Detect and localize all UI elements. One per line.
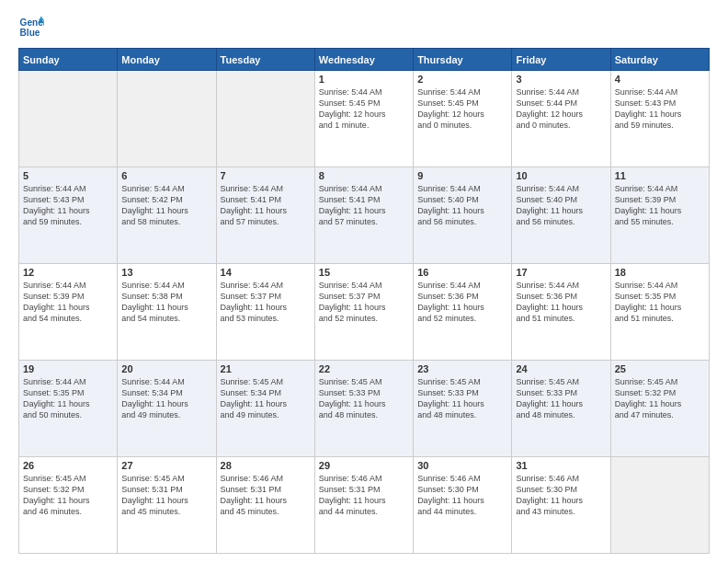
day-number: 15	[319, 267, 409, 278]
cell-content-line: and 57 minutes.	[319, 216, 409, 227]
cell-content-line: Daylight: 11 hours	[615, 205, 705, 216]
cell-content-line: Daylight: 12 hours	[417, 109, 507, 120]
cell-content-line: and 52 minutes.	[417, 313, 507, 324]
cell-content-line: Sunset: 5:30 PM	[516, 484, 606, 495]
cell-content-line: Sunrise: 5:45 AM	[221, 376, 311, 387]
cell-content-line: Sunrise: 5:44 AM	[121, 183, 211, 194]
cell-content-line: and 48 minutes.	[319, 409, 409, 420]
calendar-cell: 10Sunrise: 5:44 AMSunset: 5:40 PMDayligh…	[512, 167, 610, 264]
day-number: 7	[221, 170, 311, 181]
day-number: 30	[417, 460, 507, 471]
cell-content-line: Sunrise: 5:44 AM	[615, 183, 705, 194]
cell-content-line: Sunrise: 5:44 AM	[319, 280, 409, 291]
day-number: 28	[221, 460, 311, 471]
calendar-table: SundayMondayTuesdayWednesdayThursdayFrid…	[18, 48, 710, 554]
cell-content-line: and 51 minutes.	[615, 313, 705, 324]
calendar-cell: 14Sunrise: 5:44 AMSunset: 5:37 PMDayligh…	[216, 264, 314, 361]
cell-content-line: and 56 minutes.	[516, 216, 606, 227]
cell-content-line: and 47 minutes.	[615, 409, 705, 420]
day-number: 20	[121, 363, 211, 374]
cell-content-line: Sunset: 5:31 PM	[319, 484, 409, 495]
day-number: 4	[615, 74, 705, 85]
cell-content-line: Sunset: 5:41 PM	[221, 194, 311, 205]
cell-content-line: Daylight: 11 hours	[319, 398, 409, 409]
cell-content-line: Sunrise: 5:44 AM	[121, 280, 211, 291]
day-number: 22	[319, 363, 409, 374]
cell-content-line: Sunset: 5:37 PM	[221, 291, 311, 302]
cell-content-line: Daylight: 12 hours	[516, 109, 606, 120]
cell-content-line: Sunrise: 5:44 AM	[221, 280, 311, 291]
calendar-cell: 19Sunrise: 5:44 AMSunset: 5:35 PMDayligh…	[19, 361, 118, 457]
calendar-cell: 23Sunrise: 5:45 AMSunset: 5:33 PMDayligh…	[414, 361, 512, 457]
cell-content-line: Sunset: 5:43 PM	[615, 98, 705, 109]
cell-content-line: Sunrise: 5:44 AM	[516, 280, 606, 291]
cell-content-line: Sunrise: 5:46 AM	[417, 473, 507, 484]
cell-content-line: Sunrise: 5:44 AM	[23, 280, 113, 291]
cell-content-line: Daylight: 11 hours	[319, 205, 409, 216]
day-of-week-header: Thursday	[414, 49, 512, 71]
cell-content-line: Daylight: 11 hours	[121, 205, 211, 216]
cell-content-line: Sunrise: 5:44 AM	[319, 183, 409, 194]
cell-content-line: Sunset: 5:31 PM	[221, 484, 311, 495]
calendar-cell: 16Sunrise: 5:44 AMSunset: 5:36 PMDayligh…	[414, 264, 512, 361]
cell-content-line: Sunset: 5:31 PM	[121, 484, 211, 495]
cell-content-line: and 55 minutes.	[615, 216, 705, 227]
cell-content-line: Sunset: 5:32 PM	[615, 387, 705, 398]
calendar-cell	[19, 71, 118, 167]
cell-content-line: Sunset: 5:32 PM	[23, 484, 113, 495]
cell-content-line: Daylight: 11 hours	[319, 302, 409, 313]
calendar-header-row: SundayMondayTuesdayWednesdayThursdayFrid…	[19, 49, 710, 71]
cell-content-line: Sunset: 5:33 PM	[319, 387, 409, 398]
calendar-cell: 21Sunrise: 5:45 AMSunset: 5:34 PMDayligh…	[216, 361, 314, 457]
cell-content-line: Daylight: 11 hours	[221, 302, 311, 313]
calendar-cell	[216, 71, 314, 167]
cell-content-line: and 51 minutes.	[516, 313, 606, 324]
day-number: 11	[615, 170, 705, 181]
day-of-week-header: Monday	[118, 49, 216, 71]
calendar-cell: 6Sunrise: 5:44 AMSunset: 5:42 PMDaylight…	[118, 167, 216, 264]
cell-content-line: Sunset: 5:36 PM	[417, 291, 507, 302]
calendar-cell: 31Sunrise: 5:46 AMSunset: 5:30 PMDayligh…	[512, 457, 610, 554]
cell-content-line: Sunset: 5:45 PM	[319, 98, 409, 109]
cell-content-line: Sunrise: 5:44 AM	[417, 280, 507, 291]
day-number: 10	[516, 170, 606, 181]
day-number: 31	[516, 460, 606, 471]
cell-content-line: Sunset: 5:35 PM	[615, 291, 705, 302]
calendar-cell: 25Sunrise: 5:45 AMSunset: 5:32 PMDayligh…	[610, 361, 709, 457]
cell-content-line: Sunrise: 5:45 AM	[319, 376, 409, 387]
cell-content-line: Sunset: 5:34 PM	[121, 387, 211, 398]
cell-content-line: Sunrise: 5:44 AM	[23, 183, 113, 194]
cell-content-line: Daylight: 11 hours	[516, 302, 606, 313]
calendar-cell: 26Sunrise: 5:45 AMSunset: 5:32 PMDayligh…	[19, 457, 118, 554]
cell-content-line: Daylight: 12 hours	[319, 109, 409, 120]
day-number: 5	[23, 170, 113, 181]
cell-content-line: Sunrise: 5:44 AM	[121, 376, 211, 387]
day-number: 13	[121, 267, 211, 278]
calendar-cell: 1Sunrise: 5:44 AMSunset: 5:45 PMDaylight…	[314, 71, 413, 167]
cell-content-line: Daylight: 11 hours	[23, 205, 113, 216]
svg-text:Blue: Blue	[20, 28, 40, 38]
calendar-cell: 4Sunrise: 5:44 AMSunset: 5:43 PMDaylight…	[610, 71, 709, 167]
day-number: 25	[615, 363, 705, 374]
cell-content-line: Sunrise: 5:45 AM	[417, 376, 507, 387]
cell-content-line: Sunset: 5:33 PM	[516, 387, 606, 398]
cell-content-line: and 1 minute.	[319, 120, 409, 131]
calendar-cell: 20Sunrise: 5:44 AMSunset: 5:34 PMDayligh…	[118, 361, 216, 457]
day-number: 12	[23, 267, 113, 278]
calendar-cell: 5Sunrise: 5:44 AMSunset: 5:43 PMDaylight…	[19, 167, 118, 264]
cell-content-line: and 59 minutes.	[23, 216, 113, 227]
cell-content-line: Daylight: 11 hours	[121, 495, 211, 506]
cell-content-line: and 44 minutes.	[417, 506, 507, 517]
calendar-cell: 13Sunrise: 5:44 AMSunset: 5:38 PMDayligh…	[118, 264, 216, 361]
calendar-cell: 17Sunrise: 5:44 AMSunset: 5:36 PMDayligh…	[512, 264, 610, 361]
calendar-week-row: 12Sunrise: 5:44 AMSunset: 5:39 PMDayligh…	[19, 264, 710, 361]
day-number: 23	[417, 363, 507, 374]
cell-content-line: Sunrise: 5:46 AM	[516, 473, 606, 484]
cell-content-line: Sunrise: 5:46 AM	[319, 473, 409, 484]
day-number: 2	[417, 74, 507, 85]
day-of-week-header: Friday	[512, 49, 610, 71]
cell-content-line: Daylight: 11 hours	[23, 398, 113, 409]
cell-content-line: Daylight: 11 hours	[23, 302, 113, 313]
cell-content-line: Sunrise: 5:45 AM	[23, 473, 113, 484]
cell-content-line: and 43 minutes.	[516, 506, 606, 517]
